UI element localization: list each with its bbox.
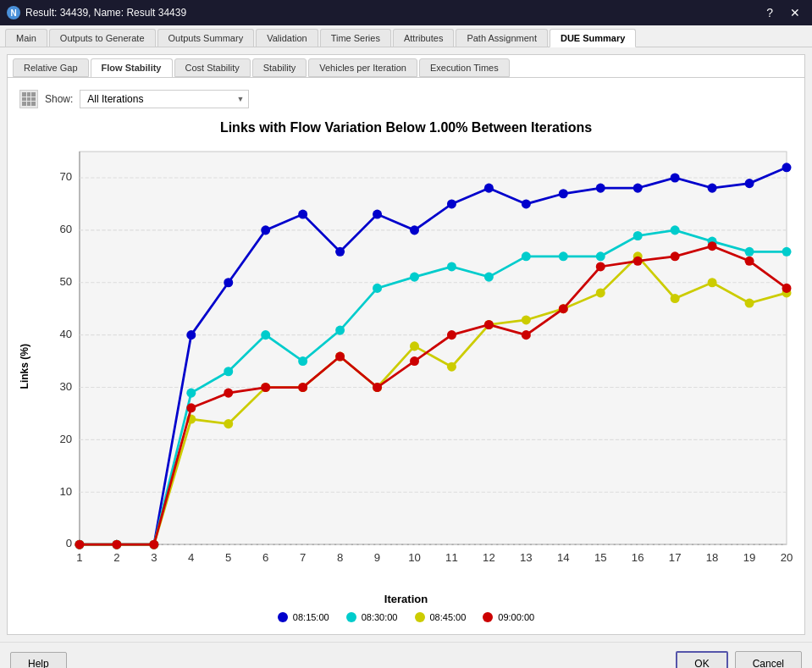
sub-tab-vehicles-per-iteration[interactable]: Vehicles per Iteration bbox=[308, 58, 417, 77]
svg-point-96 bbox=[708, 278, 717, 287]
svg-text:4: 4 bbox=[188, 551, 194, 564]
svg-text:0: 0 bbox=[66, 537, 72, 549]
svg-point-117 bbox=[745, 257, 754, 266]
svg-point-75 bbox=[671, 225, 680, 235]
svg-point-45 bbox=[298, 210, 307, 219]
svg-point-73 bbox=[596, 251, 605, 261]
close-icon-btn[interactable]: ✕ bbox=[785, 4, 805, 21]
svg-point-52 bbox=[559, 189, 568, 198]
svg-point-91 bbox=[522, 315, 531, 324]
bottom-bar: Help OK Cancel bbox=[0, 642, 812, 668]
chart-svg-area: Links (%) bbox=[16, 142, 796, 591]
svg-text:10: 10 bbox=[408, 551, 421, 564]
svg-text:18: 18 bbox=[706, 551, 719, 564]
svg-text:12: 12 bbox=[483, 551, 495, 564]
svg-point-44 bbox=[261, 225, 270, 235]
svg-point-116 bbox=[708, 241, 717, 251]
svg-point-42 bbox=[186, 330, 196, 340]
svg-point-69 bbox=[447, 262, 456, 271]
svg-point-83 bbox=[224, 419, 233, 428]
svg-text:20: 20 bbox=[59, 433, 72, 445]
svg-text:40: 40 bbox=[59, 328, 72, 340]
svg-point-111 bbox=[522, 330, 531, 340]
svg-point-115 bbox=[671, 251, 680, 261]
chart-area: Links (%) bbox=[16, 142, 796, 626]
show-select[interactable]: All IterationsLast 10 IterationsLast 5 I… bbox=[80, 90, 249, 108]
sub-tab-bar: Relative GapFlow StabilityCost Stability… bbox=[7, 54, 805, 77]
svg-point-50 bbox=[484, 184, 494, 193]
x-axis-label: Iteration bbox=[16, 593, 796, 605]
chart-plot: 0 10 20 30 40 50 60 70 1 2 3 4 bbox=[33, 142, 796, 591]
tab-main[interactable]: Main bbox=[5, 29, 47, 47]
svg-point-88 bbox=[410, 341, 419, 351]
svg-point-99 bbox=[75, 540, 84, 549]
show-row: Show: All IterationsLast 10 IterationsLa… bbox=[16, 86, 796, 112]
svg-text:10: 10 bbox=[59, 485, 72, 498]
svg-text:11: 11 bbox=[445, 551, 458, 564]
svg-point-65 bbox=[298, 356, 307, 366]
svg-point-104 bbox=[261, 383, 270, 392]
app-icon: N bbox=[7, 6, 20, 19]
tab-outputs-to-generate[interactable]: Outputs to Generate bbox=[49, 29, 156, 47]
svg-point-118 bbox=[782, 284, 792, 293]
legend-dot-0900 bbox=[483, 612, 493, 622]
svg-point-101 bbox=[149, 540, 158, 549]
svg-point-114 bbox=[633, 257, 643, 266]
svg-point-51 bbox=[522, 199, 531, 208]
legend-area: 08:15:0008:30:0008:45:0009:00:00 bbox=[16, 605, 796, 626]
svg-text:14: 14 bbox=[557, 551, 570, 564]
tab-path-assignment[interactable]: Path Assignment bbox=[456, 29, 548, 47]
main-container: MainOutputs to GenerateOutputs SummaryVa… bbox=[0, 25, 812, 668]
sub-tab-flow-stability[interactable]: Flow Stability bbox=[91, 58, 173, 78]
sub-tab-relative-gap[interactable]: Relative Gap bbox=[13, 58, 89, 77]
svg-point-100 bbox=[112, 540, 121, 549]
help-button[interactable]: Help bbox=[10, 652, 67, 668]
svg-point-67 bbox=[373, 284, 382, 293]
svg-point-108 bbox=[410, 356, 419, 366]
svg-point-53 bbox=[596, 184, 605, 193]
cancel-button[interactable]: Cancel bbox=[735, 651, 802, 668]
svg-point-113 bbox=[596, 262, 605, 271]
help-icon-btn[interactable]: ? bbox=[761, 4, 778, 21]
svg-point-43 bbox=[224, 278, 233, 287]
svg-point-77 bbox=[745, 247, 754, 257]
svg-text:1: 1 bbox=[76, 551, 82, 564]
svg-text:9: 9 bbox=[374, 551, 380, 564]
grid-icon[interactable] bbox=[19, 90, 38, 108]
svg-point-105 bbox=[298, 383, 307, 392]
tab-time-series[interactable]: Time Series bbox=[320, 29, 391, 47]
sub-tab-stability[interactable]: Stability bbox=[252, 58, 307, 77]
svg-point-63 bbox=[224, 367, 233, 376]
svg-point-48 bbox=[410, 225, 419, 235]
ok-button[interactable]: OK bbox=[676, 651, 727, 668]
svg-point-89 bbox=[447, 362, 456, 372]
sub-tab-cost-stability[interactable]: Cost Stability bbox=[174, 58, 251, 77]
svg-point-57 bbox=[745, 179, 754, 188]
svg-text:60: 60 bbox=[59, 223, 72, 235]
legend-dot-0830 bbox=[346, 612, 356, 622]
legend-dot-0845 bbox=[415, 612, 425, 622]
tab-due-summary[interactable]: DUE Summary bbox=[550, 29, 636, 47]
svg-point-47 bbox=[373, 210, 382, 219]
legend-label-0845: 08:45:00 bbox=[430, 612, 467, 622]
svg-point-49 bbox=[447, 199, 456, 208]
chart-container: Show: All IterationsLast 10 IterationsLa… bbox=[7, 77, 805, 635]
chart-svg: 0 10 20 30 40 50 60 70 1 2 3 4 bbox=[33, 142, 796, 591]
tab-outputs-summary[interactable]: Outputs Summary bbox=[157, 29, 255, 47]
tab-attributes[interactable]: Attributes bbox=[393, 29, 454, 47]
svg-point-97 bbox=[745, 299, 754, 308]
svg-text:70: 70 bbox=[59, 170, 72, 183]
tab-validation[interactable]: Validation bbox=[256, 29, 318, 47]
svg-text:13: 13 bbox=[520, 551, 533, 564]
svg-point-107 bbox=[373, 383, 382, 392]
legend-item-0900: 09:00:00 bbox=[483, 612, 534, 622]
svg-point-46 bbox=[335, 247, 345, 257]
svg-point-54 bbox=[633, 184, 643, 193]
title-bar-controls: ? ✕ bbox=[761, 4, 805, 21]
window-title: Result: 34439, Name: Result 34439 bbox=[25, 7, 186, 19]
sub-tab-execution-times[interactable]: Execution Times bbox=[419, 58, 510, 77]
svg-point-66 bbox=[335, 326, 345, 335]
show-select-wrapper: All IterationsLast 10 IterationsLast 5 I… bbox=[80, 90, 249, 108]
title-bar-left: N Result: 34439, Name: Result 34439 bbox=[7, 6, 186, 19]
svg-text:3: 3 bbox=[151, 551, 157, 564]
